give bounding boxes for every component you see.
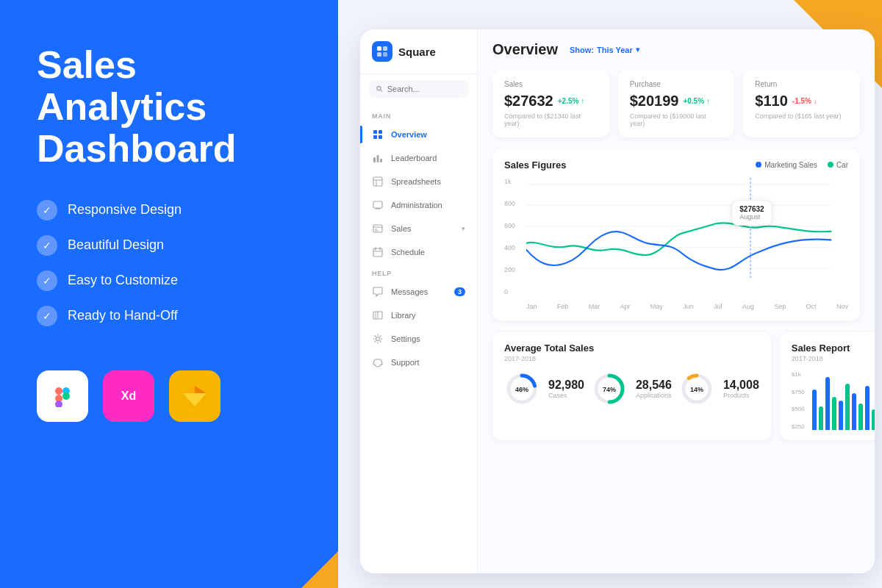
left-panel: SalesAnalyticsDashboard ✓ Responsive Des… bbox=[0, 0, 338, 588]
svg-rect-25 bbox=[373, 201, 382, 208]
svg-rect-19 bbox=[373, 157, 376, 162]
nav-help-label: HELP bbox=[360, 264, 477, 280]
sidebar-label: Messages bbox=[391, 287, 428, 296]
sales-report-sub: 2017-2018 bbox=[792, 355, 875, 362]
chart-legend: Marketing Sales Car bbox=[756, 161, 848, 169]
donut-chart-cases: 46% bbox=[504, 371, 539, 406]
sales-icon bbox=[372, 223, 384, 234]
sketch-icon bbox=[169, 370, 220, 422]
kpi-change: -1.5% ↓ bbox=[792, 97, 817, 105]
sidebar-label: Sales bbox=[391, 224, 412, 233]
svg-point-0 bbox=[55, 387, 62, 395]
feature-item: ✓ Ready to Hand-Off bbox=[37, 306, 301, 326]
svg-rect-9 bbox=[377, 46, 381, 51]
check-icon: ✓ bbox=[37, 200, 57, 220]
kpi-value: $110 -1.5% ↓ bbox=[755, 93, 848, 110]
messages-badge: 3 bbox=[454, 287, 465, 296]
main-content: Overview Show: This Year ▾ Sales $27632 … bbox=[478, 29, 875, 573]
sidebar-label: Library bbox=[391, 311, 416, 320]
sidebar-item-schedule[interactable]: Schedule bbox=[360, 240, 477, 264]
sidebar-item-leaderboard[interactable]: Leaderboard bbox=[360, 146, 477, 170]
messages-icon bbox=[372, 286, 384, 298]
show-label: Show: bbox=[570, 46, 594, 54]
search-icon bbox=[376, 85, 383, 93]
logo-text: Square bbox=[398, 46, 436, 58]
sales-chart-section: Sales Figures Marketing Sales Car bbox=[492, 149, 860, 320]
spreadsheets-icon bbox=[372, 176, 384, 187]
sidebar-item-messages[interactable]: Messages 3 bbox=[360, 280, 477, 304]
search-bar[interactable] bbox=[369, 80, 468, 98]
svg-rect-22 bbox=[373, 177, 382, 186]
sidebar-item-settings[interactable]: Settings bbox=[360, 327, 477, 351]
search-input[interactable] bbox=[387, 85, 461, 93]
sales-report-card: Sales Report 2017-2018 $1k $750 $500 $25… bbox=[780, 332, 875, 440]
check-icon: ✓ bbox=[37, 270, 57, 291]
avg-sales-sub: 2017-2018 bbox=[504, 355, 759, 362]
administration-icon bbox=[372, 199, 384, 211]
kpi-label: Sales bbox=[504, 80, 598, 88]
svg-text:74%: 74% bbox=[603, 386, 616, 393]
period-label: This Year bbox=[597, 46, 633, 54]
settings-icon bbox=[372, 333, 384, 345]
sidebar-item-administration[interactable]: Administration bbox=[360, 193, 477, 217]
check-icon: ✓ bbox=[37, 235, 57, 256]
overview-icon bbox=[372, 129, 384, 140]
nav-main-label: MAIN bbox=[360, 107, 477, 123]
xd-icon: Xd bbox=[103, 370, 154, 422]
bar-item bbox=[832, 397, 836, 430]
svg-point-39 bbox=[376, 337, 380, 341]
check-icon: ✓ bbox=[37, 306, 57, 326]
feature-item: ✓ Easy to Customize bbox=[37, 270, 301, 291]
kpi-card-purchase: Purchase $20199 +0.5% ↑ Compared to ($19… bbox=[618, 70, 735, 137]
donut-item-products: 14% 14,008 Products bbox=[679, 371, 759, 406]
bar-item bbox=[819, 406, 823, 430]
sidebar-label: Schedule bbox=[391, 248, 425, 257]
sidebar-label: Spreadsheets bbox=[391, 177, 441, 186]
svg-point-13 bbox=[377, 87, 381, 90]
kpi-sub: Compared to ($21340 last year) bbox=[504, 112, 598, 127]
show-filter[interactable]: Show: This Year ▾ bbox=[570, 46, 639, 54]
svg-rect-18 bbox=[379, 135, 382, 139]
feature-item: ✓ Beautiful Design bbox=[37, 235, 301, 256]
page-title: Overview bbox=[492, 41, 558, 58]
sidebar-item-support[interactable]: Support bbox=[360, 351, 477, 374]
bar-item bbox=[872, 409, 875, 430]
svg-rect-21 bbox=[380, 159, 382, 162]
sales-chart: 1k 800 600 400 200 0 $27632 August J bbox=[504, 178, 848, 310]
svg-rect-17 bbox=[373, 135, 377, 139]
avg-sales-card: Average Total Sales 2017-2018 46% 92,980 bbox=[492, 332, 771, 440]
kpi-label: Purchase bbox=[630, 80, 723, 88]
features-list: ✓ Responsive Design ✓ Beautiful Design ✓… bbox=[37, 200, 301, 326]
right-panel: Square MAIN Overview Leaderboard bbox=[338, 0, 882, 588]
schedule-icon bbox=[372, 246, 384, 258]
kpi-change: +0.5% ↑ bbox=[683, 97, 709, 105]
svg-rect-15 bbox=[373, 130, 377, 134]
kpi-change: +2.5% ↑ bbox=[558, 97, 584, 105]
svg-rect-11 bbox=[377, 52, 381, 57]
support-icon bbox=[372, 356, 384, 368]
chart-title: Sales Figures bbox=[504, 159, 567, 171]
sidebar-item-sales[interactable]: Sales ▾ bbox=[360, 217, 477, 240]
donut-item-cases: 46% 92,980 Cases bbox=[504, 371, 584, 406]
svg-rect-10 bbox=[383, 46, 387, 51]
sidebar-item-overview[interactable]: Overview bbox=[360, 123, 477, 146]
sidebar-label: Settings bbox=[391, 334, 420, 343]
kpi-card-return: Return $110 -1.5% ↓ Compared to ($165 la… bbox=[743, 70, 860, 137]
dashboard-card: Square MAIN Overview Leaderboard bbox=[360, 29, 875, 573]
sidebar-label: Support bbox=[391, 358, 420, 367]
svg-rect-16 bbox=[379, 130, 382, 134]
page-header: Overview Show: This Year ▾ bbox=[492, 41, 860, 58]
kpi-sub: Compared to ($165 last year) bbox=[755, 112, 848, 120]
bar-y-labels: $1k $750 $500 $250 bbox=[792, 371, 805, 430]
donut-chart-applications: 74% bbox=[592, 371, 627, 406]
leaderboard-icon bbox=[372, 152, 384, 164]
sales-report-title: Sales Report bbox=[792, 343, 875, 354]
sidebar: Square MAIN Overview Leaderboard bbox=[360, 29, 478, 573]
donut-chart-products: 14% bbox=[679, 371, 714, 406]
sidebar-item-library[interactable]: Library bbox=[360, 304, 477, 327]
headline: SalesAnalyticsDashboard bbox=[37, 44, 301, 171]
sidebar-item-spreadsheets[interactable]: Spreadsheets bbox=[360, 170, 477, 193]
sidebar-header: Square bbox=[360, 41, 477, 74]
sidebar-label: Administration bbox=[391, 201, 442, 209]
svg-point-4 bbox=[55, 401, 62, 407]
